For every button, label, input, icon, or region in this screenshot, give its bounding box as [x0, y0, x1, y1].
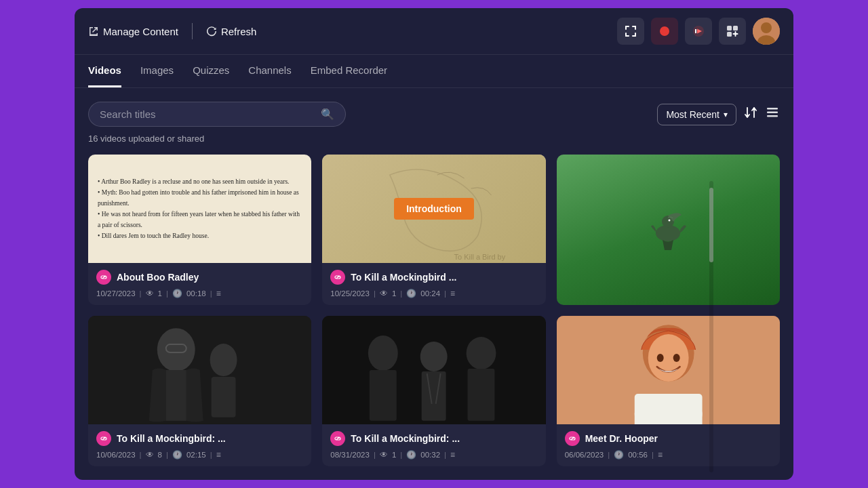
video-title-6: Meet Dr. Hooper	[585, 433, 658, 444]
video-meta-1: 10/27/2023 | 👁 1 | 🕐 00:18 | ≡	[96, 289, 303, 298]
search-icon[interactable]: 🔍	[321, 108, 334, 121]
video-info-2: To Kill a Mockingbird ... 10/25/2023 | 👁…	[322, 263, 545, 305]
screenshot-button[interactable]	[617, 18, 644, 45]
tab-quizzes[interactable]: Quizzes	[193, 55, 229, 87]
video-card-1[interactable]: • Arthur Boo Radley is a recluse and no …	[88, 155, 311, 305]
link-icon-4	[100, 434, 108, 443]
video-title-1: About Boo Radley	[117, 272, 199, 283]
video-meta-2: 10/25/2023 | 👁 1 | 🕐 00:24 | ≡	[330, 289, 537, 298]
eye-icon-1: 👁	[146, 289, 154, 298]
svg-point-24	[669, 220, 671, 222]
crop-icon	[624, 24, 637, 38]
svg-rect-12	[727, 26, 732, 30]
svg-rect-3	[635, 26, 636, 30]
video-thumb-3	[557, 155, 780, 305]
thumb-text-1: • Arthur Boo Radley is a recluse and no …	[98, 176, 302, 242]
video-info-6: Meet Dr. Hooper 06/06/2023 | 🕐 00:56 | ≡	[557, 424, 780, 466]
video-meta-6: 06/06/2023 | 🕐 00:56 | ≡	[565, 450, 772, 460]
svg-rect-14	[727, 32, 732, 37]
eye-icon-2: 👁	[380, 289, 388, 298]
grid-add-button[interactable]	[719, 18, 746, 45]
clock-icon-4: 🕐	[172, 450, 182, 460]
svg-point-35	[467, 337, 496, 369]
person-svg	[557, 316, 780, 424]
eye-icon-4: 👁	[146, 450, 154, 460]
video-title-row-4: To Kill a Mockingbird: ...	[96, 431, 303, 446]
sort-direction-button[interactable]	[743, 105, 758, 123]
intro-badge: Introduction	[394, 198, 474, 220]
list-icon-5: ≡	[450, 450, 455, 460]
sort-arrows-icon	[743, 105, 758, 120]
play-icon	[692, 24, 705, 38]
video-thumb-5	[322, 316, 545, 424]
bird-svg	[627, 189, 709, 270]
svg-rect-32	[370, 370, 397, 421]
tab-videos[interactable]: Videos	[88, 55, 121, 87]
list-icon-1: ≡	[216, 289, 221, 298]
scrollbar-thumb[interactable]	[709, 188, 713, 262]
svg-rect-7	[635, 33, 636, 37]
svg-point-31	[368, 336, 398, 371]
svg-point-16	[761, 22, 772, 33]
svg-rect-34	[422, 371, 446, 421]
refresh-button[interactable]: Refresh	[206, 26, 257, 37]
toolbar-right: Most Recent ▾	[657, 104, 780, 125]
content-toolbar: 🔍 Most Recent ▾	[88, 102, 780, 127]
tab-embed-recorder[interactable]: Embed Recorder	[311, 55, 387, 87]
link-icon-6	[568, 434, 576, 443]
tab-images[interactable]: Images	[140, 55, 174, 87]
header-divider	[192, 23, 193, 39]
video-thumb-2: To Kill a Bird by Introduction	[322, 155, 545, 263]
link-icon-5	[334, 434, 342, 443]
sort-label: Most Recent	[666, 109, 719, 120]
video-info-5: To Kill a Mockingbird: ... 08/31/2023 | …	[322, 424, 545, 466]
video-thumb-6	[557, 316, 780, 424]
video-card-4[interactable]: To Kill a Mockingbird: ... 10/06/2023 | …	[88, 316, 311, 466]
clock-icon-6: 🕐	[614, 450, 624, 460]
video-title-row-1: About Boo Radley	[96, 270, 303, 285]
video-title-5: To Kill a Mockingbird: ...	[351, 433, 460, 444]
svg-point-10	[663, 30, 667, 33]
list-icon	[765, 105, 780, 120]
svg-point-28	[210, 344, 237, 376]
svg-text:To Kill a Bird by: To Kill a Bird by	[454, 253, 506, 261]
manage-content-button[interactable]: Manage Content	[88, 26, 178, 37]
eye-icon-5: 👁	[380, 450, 388, 460]
video-count: 16 videos uploaded or shared	[88, 134, 780, 144]
video-card-6[interactable]: Meet Dr. Hooper 06/06/2023 | 🕐 00:56 | ≡	[557, 316, 780, 466]
svg-point-33	[420, 342, 448, 371]
tabs-bar: Videos Images Quizzes Channels Embed Rec…	[75, 55, 793, 88]
avatar[interactable]	[753, 18, 780, 45]
record-button[interactable]	[651, 18, 678, 45]
chevron-down-icon: ▾	[724, 110, 728, 119]
search-input[interactable]	[100, 108, 321, 120]
video-card-3[interactable]: To Kill a Mockingbird: ... 10/20/2023 | …	[557, 155, 780, 305]
list-icon-6: ≡	[658, 450, 663, 460]
tab-channels[interactable]: Channels	[248, 55, 291, 87]
svg-rect-43	[634, 394, 702, 424]
video-title-row-2: To Kill a Mockingbird ...	[330, 270, 537, 285]
refresh-icon	[206, 26, 217, 37]
content-area: 🔍 Most Recent ▾	[75, 88, 793, 480]
header: Manage Content Refresh	[75, 8, 793, 55]
video-card-2[interactable]: To Kill a Bird by Introduction	[322, 155, 545, 305]
link-badge-6	[565, 431, 580, 446]
clock-icon-5: 🕐	[406, 450, 416, 460]
search-box[interactable]: 🔍	[88, 102, 346, 127]
link-icon-2	[334, 273, 342, 281]
list-view-button[interactable]	[765, 105, 780, 123]
clock-icon-2: 🕐	[406, 289, 416, 298]
scrollbar-track	[709, 181, 713, 472]
video-title-row-5: To Kill a Mockingbird: ...	[330, 431, 537, 446]
play-button[interactable]	[685, 18, 712, 45]
svg-point-40	[656, 354, 663, 362]
clock-icon-1: 🕐	[172, 289, 182, 298]
video-info-1: About Boo Radley 10/27/2023 | 👁 1 | 🕐 00…	[88, 263, 311, 305]
link-icon-1	[100, 273, 108, 281]
link-badge-2	[330, 270, 345, 285]
video-card-5[interactable]: To Kill a Mockingbird: ... 08/31/2023 | …	[322, 316, 545, 466]
sort-dropdown[interactable]: Most Recent ▾	[657, 104, 736, 125]
bw-photo-1-svg	[88, 316, 311, 424]
grid-plus-icon	[726, 24, 739, 38]
svg-rect-13	[733, 26, 738, 30]
